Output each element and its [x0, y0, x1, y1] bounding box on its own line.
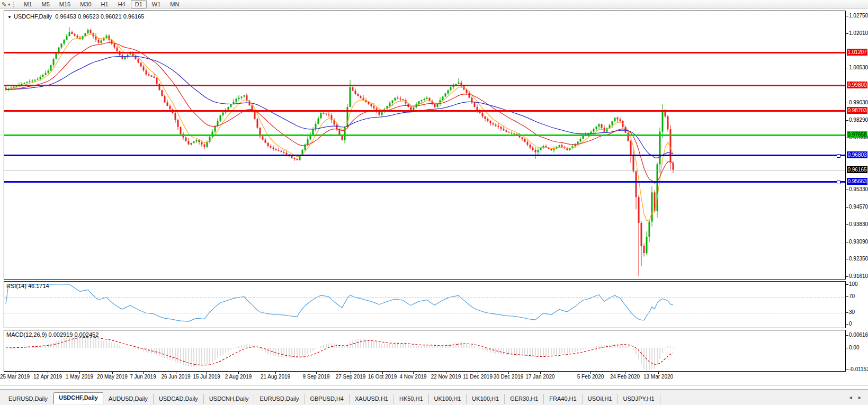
price-axis[interactable]: 1.027501.020101.005300.990300.982900.975… [846, 11, 868, 372]
horizontal-line-0.96803[interactable] [4, 155, 845, 156]
current-price-line [4, 170, 845, 170]
line-handle[interactable] [837, 181, 840, 184]
toolbar-grip[interactable] [13, 2, 16, 7]
macd-histogram-chart[interactable] [4, 330, 845, 371]
chart-tab-uk100-h1[interactable]: UK100,H1 [467, 394, 505, 404]
chart-tab-uk100-h1[interactable]: UK100,H1 [429, 394, 467, 404]
price-badge-1.01207: 1.01207 [847, 49, 867, 56]
price-tick-label: 0.91610 [849, 273, 868, 280]
horizontal-line-0.97658[interactable] [4, 134, 845, 136]
chart-tab-eurusd-daily[interactable]: EURUSD,Daily [254, 394, 305, 404]
horizontal-line-0.98703[interactable] [4, 110, 845, 112]
timeframe-button-m30[interactable]: M30 [76, 0, 95, 8]
timeframe-button-w1[interactable]: W1 [148, 0, 165, 8]
axis-tick-mark [846, 284, 848, 285]
price-badge-0.98703: 0.98703 [847, 107, 867, 114]
price-chart-panel[interactable]: ▼USDCHF,Daily 0.96453 0.96523 0.96021 0.… [4, 11, 846, 280]
date-tick-label: 5 Feb 2020 [577, 374, 604, 380]
mt4-window: { "toolbar": { "drawing_tool_icon": "✎",… [0, 0, 868, 405]
timeframe-button-m5[interactable]: M5 [38, 0, 54, 8]
price-tick-label: 1.02750 [849, 13, 868, 19]
chart-tab-fra40-h1[interactable]: FRA40,H1 [544, 394, 582, 404]
date-tick-label: 22 Nov 2019 [431, 374, 461, 380]
date-tick-label: 4 Nov 2019 [399, 374, 426, 380]
scroll-left-icon[interactable]: ◄ [847, 395, 855, 400]
candlestick-chart[interactable] [4, 11, 845, 279]
chart-tabs-bar: EURUSD,DailyUSDCHF,DailyAUDUSD,DailyUSDC… [0, 389, 868, 405]
date-tick-label: 24 Feb 2020 [610, 374, 640, 380]
chart-tab-usoil-h1[interactable]: USOil,H1 [583, 394, 618, 404]
toolbar: ✎ ▾ M1M5M15M30H1H4D1W1MN [0, 0, 868, 9]
rsi-scale-label: 0 [849, 321, 852, 327]
price-badge-0.95663: 0.95663 [847, 178, 867, 185]
timeframe-button-h4[interactable]: H4 [114, 0, 130, 8]
line-handle[interactable] [837, 154, 840, 158]
price-tick-label: 0.93090 [849, 239, 868, 245]
date-tick-label: 12 Apr 2019 [33, 374, 62, 380]
ma-slow-line [6, 56, 673, 158]
axis-tick-mark [846, 242, 848, 242]
date-tick-label: 16 Oct 2019 [368, 374, 397, 380]
timeframe-button-d1[interactable]: D1 [131, 0, 147, 8]
price-tick-label: 0.95330 [849, 186, 868, 193]
rsi-line-chart[interactable] [4, 282, 845, 328]
chart-tabs: EURUSD,DailyUSDCHF,DailyAUDUSD,DailyUSDC… [3, 391, 843, 404]
tab-scroll-arrows: ◄ ► [843, 395, 868, 400]
price-tick-label: 0.92350 [849, 256, 868, 262]
chart-tab-hk50-h1[interactable]: HK50,H1 [394, 394, 429, 404]
chart-tab-usdchf-daily[interactable]: USDCHF,Daily [53, 392, 103, 404]
macd-panel[interactable]: MACD(12,26,9) 0.002919 0.002452 [4, 330, 846, 372]
timeframe-button-m1[interactable]: M1 [20, 0, 36, 8]
price-tick-label: 1.00530 [849, 65, 868, 71]
axis-tick-mark [846, 190, 848, 190]
timeframe-button-m15[interactable]: M15 [55, 0, 75, 8]
rsi-level-30 [4, 313, 845, 313]
price-tick-label: 1.02010 [849, 30, 868, 37]
chart-tab-ger30-h1[interactable]: GER30,H1 [505, 394, 544, 404]
horizontal-line-0.95663[interactable] [4, 181, 845, 183]
date-tick-label: 7 Jun 2019 [130, 374, 156, 380]
timeframe-button-h1[interactable]: H1 [97, 0, 113, 8]
axis-tick-mark [846, 207, 848, 208]
timeframe-button-mn[interactable]: MN [166, 0, 183, 8]
chart-tab-usdcad-daily[interactable]: USDCAD,Daily [154, 394, 204, 404]
chart-tab-gbpusd-h4[interactable]: GBPUSD,H4 [305, 394, 350, 404]
rsi-panel[interactable]: RSI(14) 46.1714 [4, 281, 846, 328]
axis-tick-mark [846, 103, 848, 103]
price-tick-label: 0.99030 [849, 100, 868, 106]
scroll-right-icon[interactable]: ► [856, 395, 864, 400]
chart-tab-usdcnh-daily[interactable]: USDCNH,Daily [204, 394, 255, 404]
axis-tick-mark [846, 296, 848, 297]
price-badge-0.96803: 0.96803 [847, 151, 867, 158]
date-axis[interactable]: 25 Mar 201912 Apr 20191 May 201920 May 2… [4, 372, 846, 382]
drawing-tool-icon[interactable]: ✎ [0, 1, 8, 8]
axis-tick-mark [846, 33, 848, 34]
horizontal-line-1.01207[interactable] [4, 52, 845, 53]
axis-tick-mark [846, 276, 848, 277]
rsi-scale-label: 100 [849, 281, 858, 287]
separator-line [0, 385, 868, 386]
axis-tick-mark [846, 68, 848, 68]
axis-tick-mark [846, 335, 848, 336]
collapse-triangle-icon[interactable]: ▼ [7, 15, 12, 20]
date-tick-label: 21 Aug 2019 [261, 374, 290, 380]
macd-scale-label: -0.011531 [849, 366, 868, 373]
date-tick-label: 26 Jun 2019 [161, 374, 190, 380]
price-badge-0.99800: 0.99800 [847, 82, 867, 88]
rsi-label: RSI(14) 46.1714 [6, 283, 49, 289]
horizontal-line-0.99800[interactable] [4, 85, 845, 86]
chart-tab-usdjpy-h1[interactable]: USDJPY,H1 [618, 394, 660, 404]
rsi-scale-label: 70 [849, 293, 855, 300]
chart-tab-xauusd-h1[interactable]: XAUUSD,H1 [350, 394, 394, 404]
chart-tab-audusd-daily[interactable]: AUDUSD,Daily [103, 394, 154, 404]
chart-title: ▼USDCHF,Daily 0.96453 0.96523 0.96021 0.… [7, 13, 144, 20]
chart-tab-eurusd-daily[interactable]: EURUSD,Daily [3, 394, 53, 404]
date-tick-label: 25 Mar 2019 [0, 374, 30, 380]
axis-tick-mark [846, 120, 848, 121]
date-tick-label: 9 Sep 2019 [302, 374, 329, 380]
date-tick-label: 17 Jan 2020 [525, 374, 554, 380]
date-tick-label: 15 Jul 2019 [193, 374, 220, 380]
chevron-down-icon[interactable]: ▾ [8, 2, 12, 7]
date-tick-label: 2 Aug 2019 [225, 374, 252, 380]
chart-symbol-label: USDCHF,Daily [14, 13, 52, 20]
